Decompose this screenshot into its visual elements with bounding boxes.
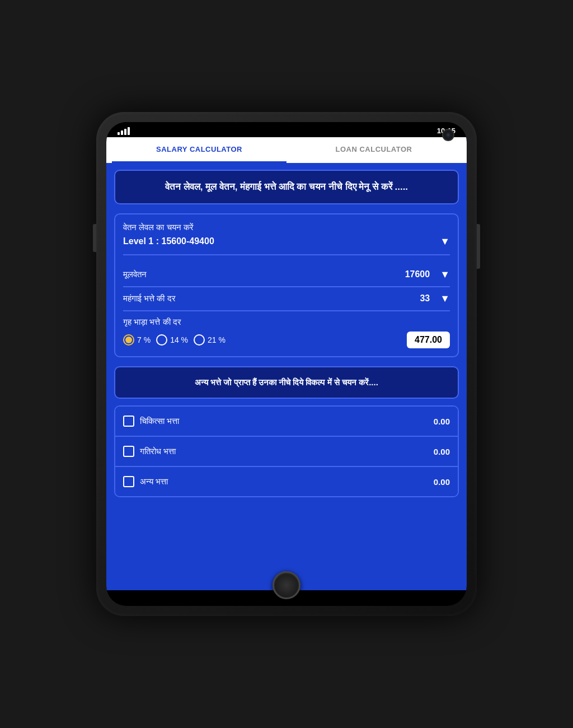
salary-level-field: वेतन लेवल का चयन करें Level 1 : 15600-49… <box>123 222 450 255</box>
basic-salary-control: 17600 ▼ <box>405 269 450 281</box>
allowance-stagnation-label: गतिरोध भत्ता <box>140 446 176 456</box>
allowance-medical-value: 0.00 <box>434 417 450 426</box>
allowance-medical: चिकित्सा भत्ता 0.00 <box>115 407 458 437</box>
power-button[interactable] <box>477 224 480 269</box>
allowance-stagnation-value: 0.00 <box>434 447 450 456</box>
hra-radio-7[interactable] <box>123 334 134 346</box>
salary-level-value: Level 1 : 15600-49400 <box>123 236 434 246</box>
salary-level-dropdown[interactable]: Level 1 : 15600-49400 ▼ <box>123 236 450 255</box>
salary-level-arrow-icon: ▼ <box>440 236 450 248</box>
tab-bar: SALARY CALCULATOR LOAN CALCULATOR <box>106 137 467 163</box>
allowance-other: अन्य भत्ता 0.00 <box>115 467 458 496</box>
da-rate-control: 33 ▼ <box>420 293 450 305</box>
basic-salary-arrow-icon: ▼ <box>440 269 450 281</box>
da-rate-arrow-icon: ▼ <box>440 293 450 305</box>
hra-radio-14[interactable] <box>156 334 167 346</box>
basic-salary-label: मूलवेतन <box>123 269 147 279</box>
allowance-medical-label: चिकित्सा भत्ता <box>140 416 179 426</box>
allowance-other-label: अन्य भत्ता <box>140 477 168 487</box>
info-banner: वेतन लेवल, मूल वेतन, मंहगाई भत्ते आदि का… <box>114 170 459 204</box>
allowances-list: चिकित्सा भत्ता 0.00 गतिरोध भत्ता 0.00 <box>114 405 459 497</box>
hra-section: गृह भाड़ा भत्ते की दर 7 % 14 % <box>123 311 450 348</box>
info-banner-text: वेतन लेवल, मूल वेतन, मंहगाई भत्ते आदि का… <box>124 180 449 194</box>
hra-label-7: 7 % <box>137 335 151 344</box>
home-button[interactable] <box>273 571 300 599</box>
allowance-stagnation: गतिरोध भत्ता 0.00 <box>115 437 458 467</box>
allowances-banner: अन्य भत्ते जो प्राप्त हैं उनका नीचे दिये… <box>114 366 459 399</box>
hra-label: गृह भाड़ा भत्ते की दर <box>123 317 450 327</box>
hra-option-14[interactable]: 14 % <box>156 334 188 346</box>
checkbox-stagnation[interactable] <box>123 446 134 457</box>
checkbox-medical[interactable] <box>123 416 134 427</box>
checkbox-other[interactable] <box>123 476 134 487</box>
hra-options: 7 % 14 % 21 % <box>123 332 450 348</box>
hra-value: 477.00 <box>407 332 450 348</box>
hra-label-14: 14 % <box>170 335 188 344</box>
volume-button[interactable] <box>93 224 96 252</box>
salary-level-label: वेतन लेवल का चयन करें <box>123 222 450 232</box>
status-bar: 10:15 <box>106 122 467 137</box>
screen: SALARY CALCULATOR LOAN CALCULATOR वेतन ल… <box>106 137 467 590</box>
da-rate-row[interactable]: महंगाई भत्ते की दर 33 ▼ <box>123 287 450 311</box>
tab-salary[interactable]: SALARY CALCULATOR <box>112 137 286 163</box>
hra-label-21: 21 % <box>208 335 226 344</box>
main-content: वेतन लेवल, मूल वेतन, मंहगाई भत्ते आदि का… <box>106 163 467 504</box>
tab-loan[interactable]: LOAN CALCULATOR <box>286 137 461 163</box>
signal-icon <box>118 127 130 135</box>
camera-icon <box>442 129 454 141</box>
allowances-banner-text: अन्य भत्ते जो प्राप्त हैं उनका नीचे दिये… <box>124 376 449 389</box>
da-rate-label: महंगाई भत्ते की दर <box>123 293 176 304</box>
basic-salary-value: 17600 <box>405 269 430 279</box>
hra-option-21[interactable]: 21 % <box>194 334 226 346</box>
basic-salary-row[interactable]: मूलवेतन 17600 ▼ <box>123 263 450 287</box>
form-section: वेतन लेवल का चयन करें Level 1 : 15600-49… <box>114 213 459 357</box>
da-rate-value: 33 <box>420 293 430 304</box>
hra-option-7[interactable]: 7 % <box>123 334 151 346</box>
allowance-other-value: 0.00 <box>434 477 450 487</box>
hra-radio-21[interactable] <box>194 334 205 346</box>
